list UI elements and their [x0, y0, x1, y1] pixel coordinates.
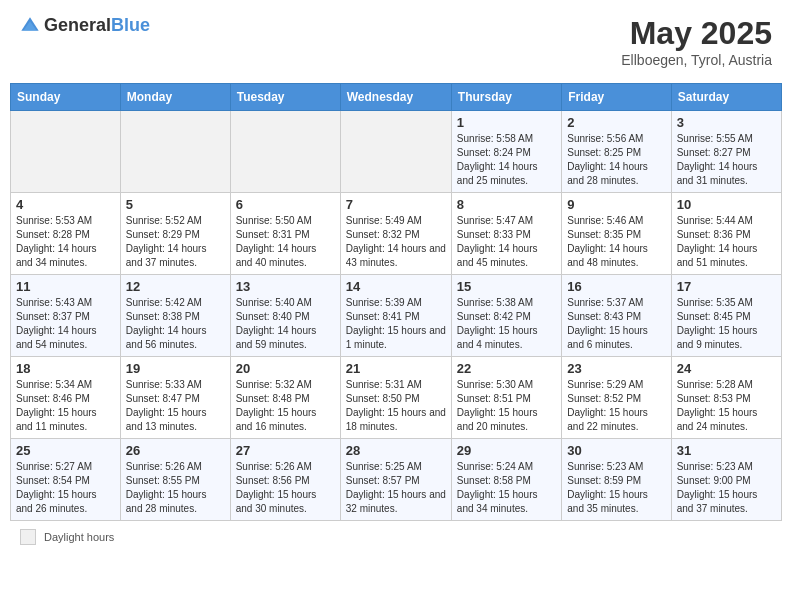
- calendar-cell: 2Sunrise: 5:56 AM Sunset: 8:25 PM Daylig…: [562, 111, 671, 193]
- logo-blue: Blue: [111, 15, 150, 35]
- calendar-cell: 10Sunrise: 5:44 AM Sunset: 8:36 PM Dayli…: [671, 193, 781, 275]
- calendar-header-saturday: Saturday: [671, 84, 781, 111]
- day-number: 24: [677, 361, 776, 376]
- calendar-cell: 29Sunrise: 5:24 AM Sunset: 8:58 PM Dayli…: [451, 439, 561, 521]
- day-number: 20: [236, 361, 335, 376]
- day-detail: Sunrise: 5:40 AM Sunset: 8:40 PM Dayligh…: [236, 296, 335, 352]
- calendar-header-wednesday: Wednesday: [340, 84, 451, 111]
- calendar-header-friday: Friday: [562, 84, 671, 111]
- calendar-cell: 21Sunrise: 5:31 AM Sunset: 8:50 PM Dayli…: [340, 357, 451, 439]
- day-number: 30: [567, 443, 665, 458]
- day-detail: Sunrise: 5:25 AM Sunset: 8:57 PM Dayligh…: [346, 460, 446, 516]
- calendar-cell: 7Sunrise: 5:49 AM Sunset: 8:32 PM Daylig…: [340, 193, 451, 275]
- day-number: 8: [457, 197, 556, 212]
- calendar-cell: 14Sunrise: 5:39 AM Sunset: 8:41 PM Dayli…: [340, 275, 451, 357]
- calendar-week-row: 4Sunrise: 5:53 AM Sunset: 8:28 PM Daylig…: [11, 193, 782, 275]
- day-number: 26: [126, 443, 225, 458]
- calendar-cell: 27Sunrise: 5:26 AM Sunset: 8:56 PM Dayli…: [230, 439, 340, 521]
- calendar-table: SundayMondayTuesdayWednesdayThursdayFrid…: [10, 83, 782, 521]
- day-number: 25: [16, 443, 115, 458]
- day-detail: Sunrise: 5:39 AM Sunset: 8:41 PM Dayligh…: [346, 296, 446, 352]
- day-number: 18: [16, 361, 115, 376]
- calendar-cell: 11Sunrise: 5:43 AM Sunset: 8:37 PM Dayli…: [11, 275, 121, 357]
- legend-box: [20, 529, 36, 545]
- day-number: 14: [346, 279, 446, 294]
- day-number: 3: [677, 115, 776, 130]
- day-number: 12: [126, 279, 225, 294]
- calendar-cell: 9Sunrise: 5:46 AM Sunset: 8:35 PM Daylig…: [562, 193, 671, 275]
- day-number: 27: [236, 443, 335, 458]
- day-number: 13: [236, 279, 335, 294]
- logo-icon: [20, 16, 40, 36]
- month-title: May 2025: [621, 15, 772, 52]
- calendar-cell: 28Sunrise: 5:25 AM Sunset: 8:57 PM Dayli…: [340, 439, 451, 521]
- calendar-header-thursday: Thursday: [451, 84, 561, 111]
- day-detail: Sunrise: 5:33 AM Sunset: 8:47 PM Dayligh…: [126, 378, 225, 434]
- day-number: 19: [126, 361, 225, 376]
- day-detail: Sunrise: 5:42 AM Sunset: 8:38 PM Dayligh…: [126, 296, 225, 352]
- calendar-cell: 22Sunrise: 5:30 AM Sunset: 8:51 PM Dayli…: [451, 357, 561, 439]
- day-detail: Sunrise: 5:23 AM Sunset: 8:59 PM Dayligh…: [567, 460, 665, 516]
- day-detail: Sunrise: 5:44 AM Sunset: 8:36 PM Dayligh…: [677, 214, 776, 270]
- calendar-cell: 25Sunrise: 5:27 AM Sunset: 8:54 PM Dayli…: [11, 439, 121, 521]
- day-detail: Sunrise: 5:28 AM Sunset: 8:53 PM Dayligh…: [677, 378, 776, 434]
- day-number: 16: [567, 279, 665, 294]
- calendar-header-monday: Monday: [120, 84, 230, 111]
- day-detail: Sunrise: 5:26 AM Sunset: 8:56 PM Dayligh…: [236, 460, 335, 516]
- calendar-cell: [120, 111, 230, 193]
- calendar-cell: 4Sunrise: 5:53 AM Sunset: 8:28 PM Daylig…: [11, 193, 121, 275]
- calendar-cell: 8Sunrise: 5:47 AM Sunset: 8:33 PM Daylig…: [451, 193, 561, 275]
- day-detail: Sunrise: 5:47 AM Sunset: 8:33 PM Dayligh…: [457, 214, 556, 270]
- day-number: 23: [567, 361, 665, 376]
- calendar-cell: 20Sunrise: 5:32 AM Sunset: 8:48 PM Dayli…: [230, 357, 340, 439]
- title-area: May 2025 Ellboegen, Tyrol, Austria: [621, 15, 772, 68]
- day-number: 2: [567, 115, 665, 130]
- day-detail: Sunrise: 5:24 AM Sunset: 8:58 PM Dayligh…: [457, 460, 556, 516]
- calendar-cell: [340, 111, 451, 193]
- calendar-cell: 12Sunrise: 5:42 AM Sunset: 8:38 PM Dayli…: [120, 275, 230, 357]
- day-detail: Sunrise: 5:50 AM Sunset: 8:31 PM Dayligh…: [236, 214, 335, 270]
- day-detail: Sunrise: 5:52 AM Sunset: 8:29 PM Dayligh…: [126, 214, 225, 270]
- day-number: 29: [457, 443, 556, 458]
- day-detail: Sunrise: 5:29 AM Sunset: 8:52 PM Dayligh…: [567, 378, 665, 434]
- day-detail: Sunrise: 5:43 AM Sunset: 8:37 PM Dayligh…: [16, 296, 115, 352]
- day-number: 31: [677, 443, 776, 458]
- calendar-cell: 26Sunrise: 5:26 AM Sunset: 8:55 PM Dayli…: [120, 439, 230, 521]
- calendar-cell: [11, 111, 121, 193]
- day-number: 17: [677, 279, 776, 294]
- day-number: 22: [457, 361, 556, 376]
- calendar-cell: 3Sunrise: 5:55 AM Sunset: 8:27 PM Daylig…: [671, 111, 781, 193]
- day-detail: Sunrise: 5:31 AM Sunset: 8:50 PM Dayligh…: [346, 378, 446, 434]
- calendar-cell: [230, 111, 340, 193]
- day-number: 21: [346, 361, 446, 376]
- day-detail: Sunrise: 5:58 AM Sunset: 8:24 PM Dayligh…: [457, 132, 556, 188]
- day-detail: Sunrise: 5:38 AM Sunset: 8:42 PM Dayligh…: [457, 296, 556, 352]
- day-detail: Sunrise: 5:46 AM Sunset: 8:35 PM Dayligh…: [567, 214, 665, 270]
- day-detail: Sunrise: 5:56 AM Sunset: 8:25 PM Dayligh…: [567, 132, 665, 188]
- calendar-week-row: 25Sunrise: 5:27 AM Sunset: 8:54 PM Dayli…: [11, 439, 782, 521]
- day-detail: Sunrise: 5:37 AM Sunset: 8:43 PM Dayligh…: [567, 296, 665, 352]
- legend-label: Daylight hours: [44, 531, 114, 543]
- logo: GeneralBlue: [20, 15, 150, 36]
- day-detail: Sunrise: 5:49 AM Sunset: 8:32 PM Dayligh…: [346, 214, 446, 270]
- legend-area: Daylight hours: [10, 529, 782, 545]
- day-number: 28: [346, 443, 446, 458]
- day-detail: Sunrise: 5:34 AM Sunset: 8:46 PM Dayligh…: [16, 378, 115, 434]
- day-detail: Sunrise: 5:35 AM Sunset: 8:45 PM Dayligh…: [677, 296, 776, 352]
- day-detail: Sunrise: 5:32 AM Sunset: 8:48 PM Dayligh…: [236, 378, 335, 434]
- calendar-cell: 5Sunrise: 5:52 AM Sunset: 8:29 PM Daylig…: [120, 193, 230, 275]
- day-detail: Sunrise: 5:23 AM Sunset: 9:00 PM Dayligh…: [677, 460, 776, 516]
- day-detail: Sunrise: 5:55 AM Sunset: 8:27 PM Dayligh…: [677, 132, 776, 188]
- calendar-cell: 19Sunrise: 5:33 AM Sunset: 8:47 PM Dayli…: [120, 357, 230, 439]
- day-number: 6: [236, 197, 335, 212]
- day-detail: Sunrise: 5:30 AM Sunset: 8:51 PM Dayligh…: [457, 378, 556, 434]
- calendar-header-row: SundayMondayTuesdayWednesdayThursdayFrid…: [11, 84, 782, 111]
- day-number: 4: [16, 197, 115, 212]
- calendar-cell: 1Sunrise: 5:58 AM Sunset: 8:24 PM Daylig…: [451, 111, 561, 193]
- calendar-cell: 17Sunrise: 5:35 AM Sunset: 8:45 PM Dayli…: [671, 275, 781, 357]
- logo-general: General: [44, 15, 111, 35]
- calendar-cell: 15Sunrise: 5:38 AM Sunset: 8:42 PM Dayli…: [451, 275, 561, 357]
- location-subtitle: Ellboegen, Tyrol, Austria: [621, 52, 772, 68]
- day-number: 1: [457, 115, 556, 130]
- calendar-cell: 13Sunrise: 5:40 AM Sunset: 8:40 PM Dayli…: [230, 275, 340, 357]
